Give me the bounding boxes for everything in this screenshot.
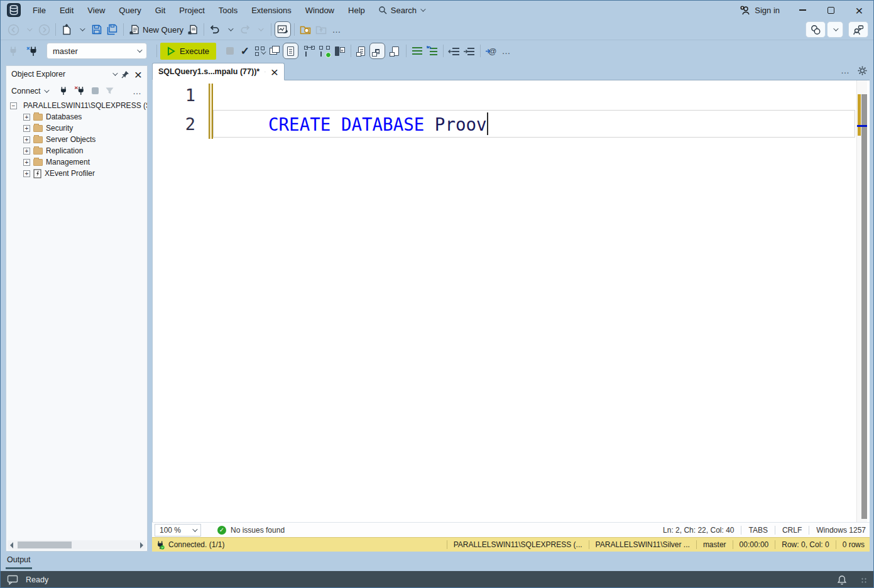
menu-view[interactable]: View	[80, 1, 112, 19]
uncomment-lines-button[interactable]	[425, 43, 440, 59]
close-button[interactable]	[845, 1, 873, 19]
minimize-button[interactable]	[789, 1, 817, 19]
tree-node-databases[interactable]: Databases	[6, 111, 147, 122]
close-panel-icon[interactable]	[134, 68, 142, 81]
navigate-forward-button[interactable]	[36, 21, 52, 38]
toolbar2-overflow-button[interactable]	[499, 43, 514, 59]
window-position-dropdown-icon[interactable]	[112, 70, 117, 75]
expand-icon[interactable]	[23, 114, 30, 121]
expand-icon[interactable]	[23, 125, 30, 132]
cancel-query-button-disabled[interactable]	[222, 43, 238, 59]
menu-query[interactable]: Query	[112, 1, 148, 19]
new-file-button[interactable]	[59, 21, 74, 38]
tree-node-server[interactable]: PARALLELSWIN11\SQLEXPRESS (SQ	[6, 100, 147, 111]
results-to-text-button[interactable]	[354, 43, 369, 59]
tree-node-security[interactable]: Security	[6, 122, 147, 134]
account-picker-dropdown[interactable]	[827, 21, 843, 38]
zoom-selector[interactable]: 100 %	[155, 524, 201, 536]
encoding[interactable]: Windows 1257	[809, 526, 867, 535]
undo-dropdown[interactable]	[222, 21, 238, 38]
sign-in-button[interactable]: Sign in	[731, 6, 789, 15]
close-tab-icon[interactable]	[271, 65, 278, 79]
maximize-button[interactable]	[817, 1, 845, 19]
toolbar-overflow-button[interactable]	[329, 21, 344, 38]
scroll-right-icon[interactable]	[140, 542, 143, 548]
resize-grip[interactable]	[861, 577, 867, 584]
specify-template-parameters-button[interactable]: @	[484, 43, 499, 59]
increase-indent-button[interactable]	[462, 43, 477, 59]
undo-button[interactable]	[207, 21, 222, 38]
menu-window[interactable]: Window	[298, 1, 341, 19]
new-query-button[interactable]: New Query	[127, 21, 185, 38]
tab-list-icon[interactable]	[841, 65, 850, 75]
menu-edit[interactable]: Edit	[53, 1, 80, 19]
actual-plan-button[interactable]	[317, 43, 332, 59]
filter-icon-disabled[interactable]	[105, 87, 114, 95]
comment-lines-button[interactable]	[410, 43, 425, 59]
pin-icon[interactable]	[121, 70, 129, 79]
decrease-indent-button[interactable]	[447, 43, 462, 59]
disconnect-icon[interactable]	[74, 86, 85, 95]
scroll-left-icon[interactable]	[10, 542, 13, 548]
caret-position[interactable]: Ln: 2, Ch: 22, Col: 40	[656, 526, 741, 535]
new-file-dropdown[interactable]	[74, 21, 89, 38]
tree-node-replication[interactable]: Replication	[6, 145, 147, 156]
expand-icon[interactable]	[23, 170, 30, 177]
collapse-icon[interactable]	[10, 102, 17, 109]
open-query-current-connection-button[interactable]	[185, 21, 200, 38]
query-tab[interactable]: SQLQuery1.s...mpalu (77))*	[152, 63, 285, 80]
redo-button[interactable]	[238, 21, 253, 38]
tree-node-management[interactable]: Management	[6, 156, 147, 168]
menu-help[interactable]: Help	[341, 1, 372, 19]
feedback-bubble-icon[interactable]	[7, 575, 18, 585]
sqlcmd-mode-button[interactable]	[283, 43, 298, 59]
browse-find-button[interactable]	[298, 21, 314, 38]
menu-project[interactable]: Project	[172, 1, 211, 19]
expand-icon[interactable]	[23, 148, 30, 155]
intellisense-button[interactable]	[268, 43, 283, 59]
results-to-grid-button[interactable]	[369, 43, 385, 59]
save-all-button[interactable]	[104, 21, 120, 38]
connect-object-explorer-icon[interactable]	[59, 86, 68, 95]
expand-icon[interactable]	[23, 136, 30, 143]
object-explorer-overflow-icon[interactable]	[133, 86, 142, 96]
results-to-file-button[interactable]	[388, 43, 403, 59]
navigate-back-button[interactable]	[6, 21, 21, 38]
menu-git[interactable]: Git	[148, 1, 173, 19]
connect-button[interactable]: Connect	[11, 87, 48, 95]
tree-node-server-objects[interactable]: Server Objects	[6, 134, 147, 145]
activity-monitor-button[interactable]	[275, 21, 291, 38]
send-feedback-button[interactable]	[848, 21, 868, 38]
menu-file[interactable]: File	[26, 1, 53, 19]
save-button[interactable]	[89, 21, 104, 38]
client-statistics-button[interactable]	[332, 43, 347, 59]
back-history-dropdown[interactable]	[21, 21, 36, 38]
editor-vscrollbar[interactable]	[856, 80, 867, 522]
gear-icon[interactable]	[858, 66, 867, 75]
change-connection-button[interactable]	[25, 43, 40, 59]
object-explorer-hscrollbar[interactable]	[8, 540, 146, 550]
scrollbar-thumb[interactable]	[861, 94, 867, 519]
indent-mode[interactable]: TABS	[741, 526, 774, 535]
search-control[interactable]: Search	[372, 1, 430, 19]
menu-extensions[interactable]: Extensions	[244, 1, 298, 19]
parse-button[interactable]	[238, 43, 253, 59]
notifications-bell-icon[interactable]	[837, 575, 847, 585]
expand-icon[interactable]	[23, 159, 30, 166]
stop-icon-disabled[interactable]	[92, 87, 99, 94]
menu-tools[interactable]: Tools	[212, 1, 244, 19]
line-ending[interactable]: CRLF	[775, 526, 809, 535]
folder-up-button-disabled[interactable]	[314, 21, 329, 38]
code-editor[interactable]: 1 2 CREATE DATABASEProov	[152, 80, 870, 522]
database-selector[interactable]: master	[46, 43, 147, 59]
query-options-button[interactable]	[253, 43, 268, 59]
estimated-plan-button[interactable]	[302, 43, 317, 59]
pin-tab-icon[interactable]	[265, 68, 266, 76]
connect-button-disabled[interactable]	[6, 43, 21, 59]
redo-dropdown[interactable]	[253, 21, 268, 38]
tree-node-xevent-profiler[interactable]: XEvent Profiler	[6, 168, 147, 179]
account-picker-button[interactable]	[806, 21, 826, 38]
output-tab[interactable]: Output	[7, 555, 31, 564]
scrollbar-thumb[interactable]	[18, 542, 72, 548]
execute-button[interactable]: Execute	[160, 43, 216, 60]
